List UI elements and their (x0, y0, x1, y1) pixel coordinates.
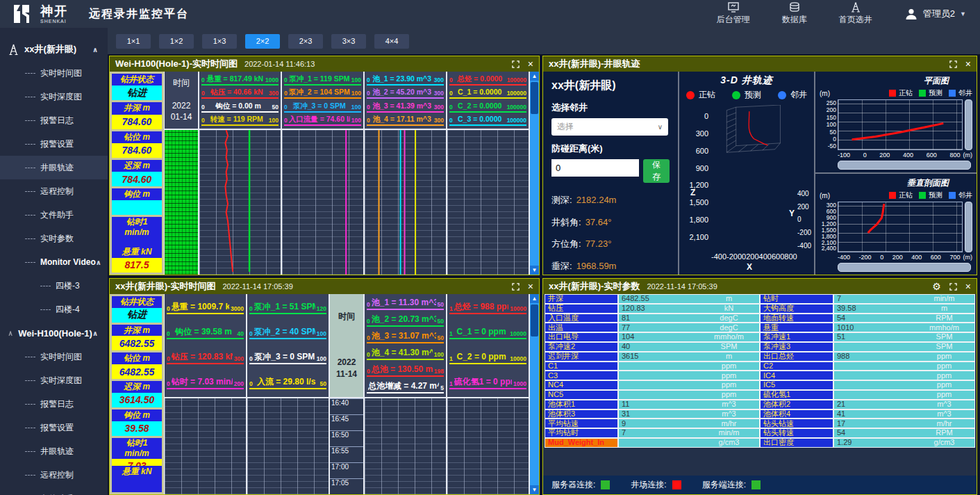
scroll-thumb[interactable] (531, 305, 538, 336)
tree-line (25, 215, 35, 216)
sidebar-item[interactable]: Monitor Video ∧ (0, 250, 108, 274)
status-label: 井深 m (112, 102, 162, 114)
layout-button[interactable]: 2×3 (288, 34, 323, 49)
status-cell: 悬重 kN (112, 466, 162, 492)
layout-button[interactable]: 1×3 (202, 34, 237, 49)
section-unit: (m) (820, 192, 830, 200)
status-indicator (751, 480, 761, 489)
status-cell: 钻位 m 6482.55 (112, 352, 162, 379)
legend-item: 预测 (919, 88, 942, 98)
close-icon[interactable]: × (965, 59, 971, 69)
nav-admin[interactable]: 后台管理 (717, 2, 750, 26)
param-unit: ppm (699, 362, 760, 371)
sidebar-item[interactable]: 文件助手 ∧ (0, 203, 108, 227)
status-value: 钻进 (112, 86, 162, 100)
sidebar-item[interactable]: 四楼-3 ∧ (0, 274, 108, 298)
scroll-up-icon[interactable]: ▲ (530, 72, 539, 81)
sidebar-item[interactable]: 实时深度图 ∧ (0, 368, 108, 392)
legend-dot (686, 91, 695, 99)
param-unit: ppm (914, 362, 975, 371)
save-button[interactable]: 保存 (643, 159, 670, 183)
scroll-up-icon[interactable]: ▲ (530, 294, 539, 303)
layout-button[interactable]: 3×3 (331, 34, 366, 49)
status-label: 钻井状态 (112, 296, 162, 308)
collapse-icon: ∧ (92, 46, 98, 54)
param-label: 池体积2 (760, 400, 833, 409)
sidebar-item[interactable]: 报警设置 ∧ (0, 416, 108, 439)
expand-icon[interactable] (949, 283, 957, 291)
log-track: 0 悬重 = 1009.7 kN 3000 0 钩位 = 39.58 m 40 … (165, 294, 247, 494)
param-label: 出温 (545, 323, 618, 332)
sidebar-item[interactable]: 实时参数 ∧ (0, 227, 108, 250)
sidebar-item[interactable]: 报警日志 ∧ (0, 392, 108, 416)
vertical-scrollbar[interactable]: ▲ ▼ (530, 294, 539, 494)
param-unit: m (699, 352, 760, 362)
sidebar-item[interactable]: 文件助手 ∧ (0, 487, 108, 495)
layout-toolbar: 1×11×21×32×22×33×34×4 (108, 28, 980, 54)
track-header: 1 总烃 = 988 ppm 10000 1 C_1 = 0 ppm 10000… (447, 294, 529, 398)
sidebar-item[interactable]: 四楼-4 ∧ (0, 298, 108, 321)
legend-item: 预测 (732, 89, 761, 101)
status-label: 钻位 m (112, 131, 162, 143)
offset-well-select[interactable]: 选择 ∨ (551, 118, 668, 136)
section-horizontal-scrollbar[interactable] (838, 263, 971, 272)
param-value: 1010 (833, 323, 914, 332)
close-icon[interactable]: × (965, 282, 971, 291)
layout-button[interactable]: 4×4 (374, 34, 409, 49)
user-menu[interactable]: 管理员2 ▼ (904, 7, 966, 21)
nav-database[interactable]: 数据库 (782, 2, 807, 26)
section-y-ticks: 3006009001,2001,5001,8002,1002,400 (820, 202, 838, 252)
sidebar-item[interactable]: 实时时间图 ∧ (0, 345, 108, 368)
scroll-thumb[interactable] (531, 82, 538, 114)
param-label: 钻时 (760, 294, 833, 304)
param-unit: ppm (699, 371, 760, 380)
sidebar-item[interactable]: 报警设置 ∧ (0, 132, 108, 156)
sidebar-item[interactable]: xx井(新井眼) ∧ (0, 38, 108, 61)
admin-monitor-icon (727, 2, 740, 13)
layout-button[interactable]: 2×2 (245, 34, 280, 49)
anticollision-distance-input[interactable] (551, 159, 639, 177)
section-vertical-scrollbar[interactable] (965, 202, 972, 252)
status-value: 3614.50 (112, 393, 162, 407)
time-column: 时间 2022 01-14 (165, 72, 199, 275)
expand-icon[interactable] (512, 60, 520, 68)
gear-icon[interactable]: ⚙ (932, 282, 941, 291)
sidebar-item[interactable]: 井眼轨迹 ∧ (0, 156, 108, 179)
track-header: 0 总烃 = 0.0000 100000 0 C_1 = 0.0000 1000… (447, 72, 529, 130)
sidebar-item[interactable]: 实时深度图 ∧ (0, 85, 108, 108)
scroll-down-icon[interactable]: ▼ (530, 485, 539, 494)
sidebar-item[interactable]: 远程控制 ∧ (0, 463, 108, 487)
param-unit: m (914, 304, 975, 314)
param-label: C3 (545, 371, 618, 380)
plan-vertical-scrollbar[interactable] (965, 99, 972, 150)
nav-home-well[interactable]: 首页选井 (839, 2, 872, 26)
sidebar-item[interactable]: 井眼轨迹 ∧ (0, 439, 108, 463)
close-icon[interactable]: × (528, 282, 533, 291)
connection-status: 井场连接: (631, 479, 681, 491)
scroll-down-icon[interactable]: ▼ (530, 266, 539, 275)
close-icon[interactable]: × (528, 59, 533, 69)
nav-home-label: 首页选井 (839, 14, 872, 26)
param-unit: ppm (914, 390, 975, 400)
log-track: 0 泵冲_1 = 119 SPM 100 0 泵冲_2 = 104 SPM 10… (282, 72, 365, 275)
log-track: 0 泵冲_1 = 51 SPM 120 0 泵冲_2 = 40 SPM 100 … (247, 294, 330, 494)
param-value: 7 (618, 428, 699, 438)
param-unit: SPM (914, 342, 975, 352)
sidebar-item[interactable]: 实时时间图 ∧ (0, 61, 108, 85)
expand-icon[interactable] (512, 283, 520, 291)
expand-icon[interactable] (949, 60, 957, 68)
vertical-scrollbar[interactable]: ▲ ▼ (530, 72, 539, 275)
tracks-left: 0 悬重 = 1009.7 kN 3000 0 钩位 = 39.58 m 40 … (165, 294, 330, 494)
panel-date: 2022-11-14 17:05:39 (222, 282, 292, 291)
sidebar-item[interactable]: 报警日志 ∧ (0, 108, 108, 132)
app-root: 神开 SHENKAI 远程录井监控平台 后台管理 数据库 (0, 0, 980, 495)
curve-label: 0 池_3 = 31.07 m^3 50 (367, 331, 444, 343)
param-unit: ppm (914, 352, 975, 362)
sidebar-item[interactable]: 远程控制 ∧ (0, 179, 108, 203)
layout-button[interactable]: 1×1 (116, 34, 151, 49)
layout-button[interactable]: 1×2 (159, 34, 194, 49)
plan-horizontal-scrollbar[interactable] (838, 161, 971, 170)
table-row: 迟到井深 3615 m 出口总烃 988 ppm (545, 352, 975, 362)
tree-line (25, 120, 35, 121)
sidebar-item[interactable]: Wei-H100(Hole-1) ∧ (0, 321, 108, 345)
